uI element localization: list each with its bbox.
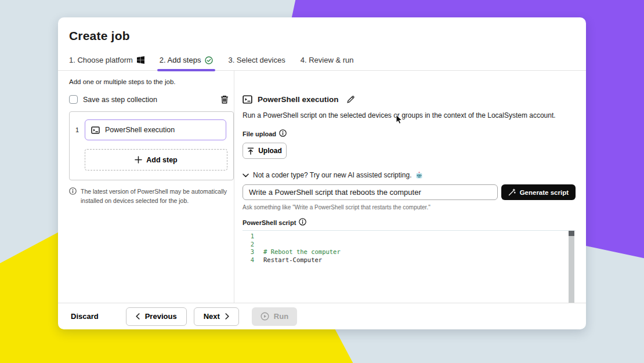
tab-review-run[interactable]: 4. Review & run: [301, 56, 354, 70]
check-circle-icon: [205, 56, 213, 64]
rename-step-button[interactable]: [346, 95, 355, 104]
step-item-powershell-execution[interactable]: PowerShell execution: [85, 119, 226, 140]
plus-icon: [135, 156, 142, 164]
page-title: Create job: [58, 17, 586, 43]
code-editor[interactable]: 1 2 3 # Reboot the computer 4 Restart-Co…: [243, 230, 576, 303]
powershell-info-note: The latest version of PowerShell may be …: [69, 187, 238, 206]
upload-button-label: Upload: [258, 147, 282, 155]
run-button-label: Run: [274, 312, 288, 321]
windows-logo-icon: [137, 56, 144, 64]
editor-scrollbar[interactable]: [569, 231, 574, 303]
tab-select-devices[interactable]: 3. Select devices: [228, 56, 285, 70]
chevron-down-icon: [243, 173, 249, 177]
code-text[interactable]: # Reboot the computer: [261, 248, 566, 256]
tab-label: 3. Select devices: [228, 56, 285, 64]
powershell-script-label: PowerShell script: [243, 219, 296, 226]
code-line[interactable]: 4 Restart-Computer: [243, 256, 576, 264]
previous-button-label: Previous: [145, 312, 177, 321]
powershell-icon: [243, 95, 252, 104]
steps-list: 1 PowerShell execution Add step: [69, 111, 234, 180]
code-line[interactable]: 3 # Reboot the computer: [243, 248, 576, 256]
tab-add-steps[interactable]: 2. Add steps: [160, 56, 214, 70]
play-circle-icon: [261, 312, 269, 321]
line-number: 2: [243, 241, 261, 249]
robot-emoji: [415, 172, 423, 179]
prompt-hint-text: Ask something like "Write a PowerShell s…: [243, 204, 576, 210]
panel-intro-text: Add one or multiple steps to the job.: [69, 78, 234, 85]
step-description: Run a PowerShell script on the selected …: [243, 111, 576, 119]
code-line[interactable]: 1: [243, 233, 576, 241]
run-button[interactable]: Run: [252, 307, 297, 326]
tab-label: 2. Add steps: [160, 56, 201, 64]
upload-button[interactable]: Upload: [243, 143, 287, 159]
ai-toggle-label: Not a coder type? Try our new AI assiste…: [253, 171, 411, 179]
upload-icon: [247, 147, 254, 155]
line-number: 4: [243, 256, 261, 264]
delete-step-button[interactable]: [220, 95, 229, 104]
save-as-collection-checkbox[interactable]: [69, 95, 78, 104]
chevron-left-icon: [136, 313, 140, 320]
list-item: 1 PowerShell execution: [74, 119, 226, 140]
save-as-collection-label: Save as step collection: [83, 96, 157, 104]
step-detail-title: PowerShell execution: [258, 95, 339, 104]
discard-button[interactable]: Discard: [71, 312, 99, 321]
powershell-icon: [91, 126, 100, 134]
line-number: 1: [243, 233, 261, 241]
file-upload-label: File upload: [243, 130, 276, 137]
code-line[interactable]: 2: [243, 241, 576, 249]
add-step-label: Add step: [146, 156, 177, 164]
add-step-button[interactable]: Add step: [85, 149, 227, 170]
dialog-footer: Discard Previous Next Run: [58, 303, 586, 329]
ai-scripting-toggle[interactable]: Not a coder type? Try our new AI assiste…: [243, 171, 576, 179]
previous-button[interactable]: Previous: [126, 307, 187, 326]
generate-script-button[interactable]: Generate script: [501, 184, 576, 200]
next-button[interactable]: Next: [194, 307, 239, 326]
step-item-label: PowerShell execution: [105, 126, 175, 134]
code-text[interactable]: Restart-Computer: [261, 256, 566, 264]
powershell-script-label-row: PowerShell script: [243, 218, 576, 227]
step-detail-panel: PowerShell execution Run a PowerShell sc…: [234, 71, 586, 303]
ai-prompt-input[interactable]: [243, 184, 498, 200]
tab-choose-platform[interactable]: 1. Choose platform: [69, 56, 144, 70]
wizard-tabs: 1. Choose platform 2. Add steps 3. Selec…: [58, 56, 586, 71]
tab-label: 1. Choose platform: [69, 56, 133, 64]
steps-panel: Add one or multiple steps to the job. Sa…: [58, 71, 234, 303]
info-icon[interactable]: [279, 129, 287, 138]
tab-label: 4. Review & run: [301, 56, 354, 64]
generate-script-label: Generate script: [520, 189, 569, 196]
step-number: 1: [74, 126, 80, 133]
next-button-label: Next: [204, 312, 220, 321]
file-upload-label-row: File upload: [243, 129, 576, 138]
editor-scrollbar-thumb[interactable]: [569, 231, 574, 236]
chevron-right-icon: [225, 313, 229, 320]
info-icon: [69, 187, 77, 206]
line-number: 3: [243, 248, 261, 256]
info-note-text: The latest version of PowerShell may be …: [81, 187, 233, 206]
create-job-dialog: Create job 1. Choose platform 2. Add ste…: [58, 17, 586, 329]
trash-icon: [220, 95, 229, 104]
magic-wand-icon: [508, 188, 516, 196]
pencil-icon: [346, 95, 355, 104]
info-icon[interactable]: [299, 218, 306, 227]
